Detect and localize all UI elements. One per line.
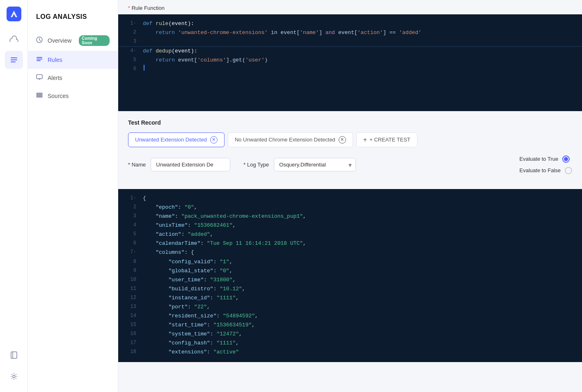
overview-badge: Coming Soon [79, 35, 110, 46]
code-empty-space [118, 73, 582, 106]
code-editor[interactable]: 1· def rule(event): 2 return 'unwanted-c… [118, 14, 582, 111]
json-line-13: 13 "port": "22", [118, 303, 582, 312]
json-line-18: 18 "extensions": "active" [118, 348, 582, 357]
sidebar-item-rules[interactable]: Rules [28, 51, 118, 69]
sidebar-item-alerts[interactable]: Alerts [28, 69, 118, 87]
name-label: * Name [128, 162, 146, 168]
alerts-label: Alerts [48, 75, 62, 81]
json-line-10: 10 "user_time": "31800", [118, 276, 582, 285]
svg-rect-8 [37, 57, 42, 58]
create-test-label: + CREATE TEST [369, 137, 410, 143]
svg-rect-9 [37, 59, 42, 59]
test-tab-unwanted-ext[interactable]: Unwanted Extension Detected ✕ [128, 132, 225, 147]
json-line-11: 11 "build_distro": "10.12", [118, 285, 582, 294]
json-line-4: 4 "unixTime": "1536682461", [118, 221, 582, 230]
json-line-14: 14 "resident_size": "54894592", [118, 312, 582, 321]
json-line-8: 8 "config_valid": "1", [118, 258, 582, 267]
svg-rect-1 [11, 57, 17, 58]
code-line-3: 3 [118, 37, 582, 46]
rules-icon[interactable] [5, 51, 23, 69]
svg-rect-16 [37, 96, 42, 97]
svg-rect-11 [37, 75, 42, 79]
form-row: * Name * Log Type Osquery.Differential O… [128, 155, 572, 174]
json-editor-section: 1· { 2 "epoch": "0", 3 "name": "pack_unw… [118, 189, 582, 362]
tab-close-2[interactable]: ✕ [339, 136, 346, 144]
sidebar [0, 0, 28, 392]
tab-label-1: Unwanted Extension Detected [135, 137, 207, 143]
log-type-label: * Log Type [243, 162, 269, 168]
svg-rect-3 [11, 62, 16, 62]
alerts-icon [36, 74, 43, 82]
code-line-4: 4· def dedup(event): [118, 47, 582, 56]
evaluate-false-option[interactable]: Evaluate to False [520, 167, 572, 174]
log-type-select[interactable]: Osquery.Differential Osquery.Snapshot [274, 158, 356, 171]
evaluate-radio-group: Evaluate to True Evaluate to False [520, 155, 572, 174]
log-type-select-wrapper: Osquery.Differential Osquery.Snapshot [274, 158, 356, 171]
name-input[interactable] [151, 158, 230, 171]
test-record-section: Test Record Unwanted Extension Detected … [118, 111, 582, 182]
json-line-3: 3 "name": "pack_unwanted-chrome-extensio… [118, 212, 582, 221]
json-line-2: 2 "epoch": "0", [118, 203, 582, 212]
rules-nav-icon [36, 56, 43, 64]
test-tabs: Unwanted Extension Detected ✕ No Unwante… [128, 132, 572, 147]
json-editor[interactable]: 1· { 2 "epoch": "0", 3 "name": "pack_unw… [118, 189, 582, 362]
evaluate-false-label: Evaluate to False [520, 167, 561, 173]
nav-panel: LOG ANALYSIS Overview Coming Soon Rules [28, 0, 118, 392]
create-test-button[interactable]: + + CREATE TEST [356, 132, 417, 147]
tab-label-2: No Unwanted Chrome Extension Detected [235, 137, 335, 143]
json-line-7: 7· "columns": { [118, 248, 582, 257]
evaluate-true-label: Evaluate to True [520, 156, 559, 162]
test-record-title: Test Record [128, 119, 572, 126]
svg-point-6 [13, 375, 15, 378]
json-line-9: 9 "global_state": "0", [118, 267, 582, 276]
tab-close-1[interactable]: ✕ [210, 136, 218, 144]
json-line-15: 15 "start_time": "1536634519", [118, 321, 582, 330]
name-field: * Name [128, 158, 230, 171]
log-type-field: * Log Type Osquery.Differential Osquery.… [243, 158, 356, 171]
evaluate-false-radio[interactable] [565, 167, 572, 174]
overview-icon [36, 36, 43, 45]
svg-rect-14 [37, 93, 42, 94]
svg-rect-15 [37, 95, 42, 96]
svg-rect-2 [11, 59, 17, 60]
evaluate-true-radio[interactable] [562, 155, 570, 163]
json-line-1: 1· { [118, 194, 582, 203]
code-line-2: 2 return 'unwanted-chrome-extensions' in… [118, 28, 582, 37]
overview-label: Overview [48, 37, 71, 44]
code-line-6: 6 [118, 65, 582, 73]
svg-rect-10 [37, 60, 41, 61]
svg-rect-4 [11, 352, 17, 358]
sources-icon [36, 92, 43, 100]
sidebar-item-overview[interactable]: Overview Coming Soon [28, 30, 118, 51]
app-logo[interactable] [7, 7, 21, 21]
code-editor-section: 1· def rule(event): 2 return 'unwanted-c… [118, 14, 582, 111]
code-line-5: 5 return event['columns'].get('user') [118, 56, 582, 65]
app-title: LOG ANALYSIS [28, 10, 118, 30]
json-line-5: 5 "action": "added", [118, 230, 582, 239]
json-line-17: 17 "config_hash": "1111", [118, 339, 582, 348]
json-line-16: 16 "system_time": "12472", [118, 330, 582, 339]
book-icon[interactable] [5, 346, 23, 364]
sidebar-bottom [5, 346, 23, 385]
evaluate-true-option[interactable]: Evaluate to True [520, 155, 572, 163]
test-tab-no-unwanted[interactable]: No Unwanted Chrome Extension Detected ✕ [228, 132, 353, 147]
rule-function-label: * Rule Function [118, 0, 582, 14]
json-line-12: 12 "instance_id": "1111", [118, 294, 582, 303]
json-line-6: 6 "calendarTime": "Tue Sep 11 16:14:21 2… [118, 239, 582, 248]
settings-icon[interactable] [5, 367, 23, 385]
create-test-plus: + [363, 136, 367, 144]
code-line-1: 1· def rule(event): [118, 19, 582, 28]
rules-label: Rules [48, 57, 62, 63]
sources-label: Sources [48, 93, 69, 99]
sidebar-item-sources[interactable]: Sources [28, 87, 118, 105]
cloud-icon[interactable] [5, 30, 23, 48]
main-content: * Rule Function 1· def rule(event): 2 re… [118, 0, 582, 392]
